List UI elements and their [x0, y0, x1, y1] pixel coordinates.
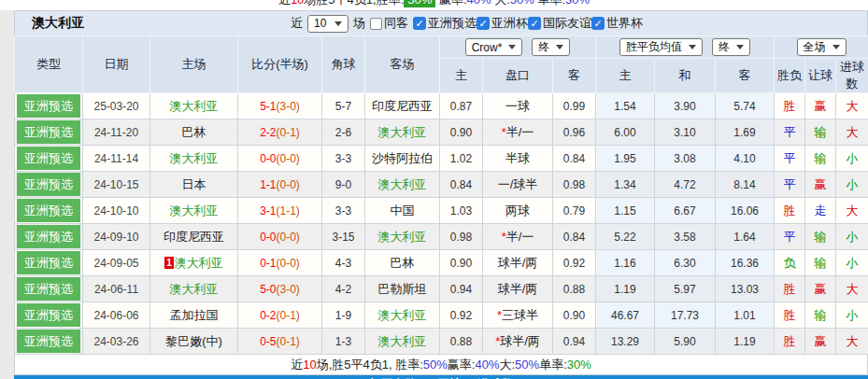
- home-odds-cell: 0.87: [440, 93, 483, 119]
- table-row: 亚洲预选24-09-10印度尼西亚0-0(0-0)3-15澳大利亚0.98*半/…: [15, 224, 868, 250]
- average-type-select[interactable]: 胜平负均值: [619, 38, 703, 56]
- half-time-score: (0-0): [277, 178, 300, 191]
- avg-home-odds-cell: 1.16: [596, 250, 655, 276]
- away-team-name: 中国: [391, 204, 415, 218]
- match-date: 24-10-10: [93, 204, 138, 218]
- result-cell: 平: [775, 119, 805, 146]
- recent-count-select[interactable]: 10: [307, 15, 349, 33]
- goals-cell: 小: [836, 172, 868, 198]
- summary-segment: 大:: [491, 0, 510, 7]
- avg-away-odds-cell: 1.19: [716, 329, 775, 355]
- odds-state-select[interactable]: 终: [532, 38, 570, 56]
- avg-draw-odds-cell: 3.08: [655, 146, 716, 172]
- summary-segment: 单率:: [534, 0, 565, 7]
- home-team-name: 澳大利亚: [170, 99, 219, 113]
- full-time-score: 0-1: [260, 257, 276, 270]
- avg-draw-odds-cell: 5.97: [655, 276, 716, 302]
- table-row: 亚洲预选24-11-20巴林2-2(0-1)2-6澳大利亚0.90*半/一0.9…: [15, 119, 868, 146]
- type-badge-cell: 亚洲预选: [15, 329, 83, 355]
- home-team-name: 黎巴嫩(中): [165, 334, 222, 348]
- handicap-result-cell: 输: [805, 146, 836, 172]
- score-cell: 0-5(0-1): [238, 329, 322, 355]
- table-row: 亚洲预选24-10-15日本1-1(0-0)9-0澳大利亚0.84一/球半0.9…: [15, 172, 868, 198]
- corner-cell: 2-6: [322, 119, 365, 146]
- away-team-name: 澳大利亚: [378, 177, 427, 191]
- goals-cell: 大: [836, 276, 868, 302]
- handicap-cell: *半/一: [483, 224, 553, 250]
- chevron-down-icon: [334, 21, 342, 26]
- away-team-cell: 印度尼西亚: [365, 93, 440, 119]
- home-team-cell: 巴林: [150, 119, 238, 146]
- competition-checkbox[interactable]: ✓亚洲杯: [477, 15, 528, 32]
- half-time-score: (0-1): [277, 309, 300, 322]
- result-cell: 胜: [775, 302, 805, 329]
- same-away-checkbox[interactable]: 同客: [370, 15, 408, 32]
- away-odds-cell: 0.94: [553, 329, 596, 355]
- avg-home-odds-cell: 1.54: [596, 93, 655, 119]
- handicap-name: 一/球半: [498, 177, 538, 191]
- date-cell: 24-10-15: [83, 172, 150, 198]
- half-time-score: (3-0): [277, 100, 300, 113]
- corner-count: 3-3: [335, 204, 351, 218]
- competition-checkbox[interactable]: ✓世界杯: [591, 15, 643, 32]
- full-time-score: 5-1: [260, 100, 276, 113]
- match-date: 24-10-15: [93, 178, 138, 191]
- odds-state-value: 终: [538, 39, 549, 55]
- away-team-cell: 澳大利亚: [365, 224, 440, 250]
- avg-away-odds-cell: 1.64: [716, 224, 775, 250]
- odds-source-select[interactable]: Crow*: [465, 38, 523, 56]
- scope-select[interactable]: 全场: [797, 38, 847, 56]
- handicap-result-cell: 走: [805, 198, 836, 224]
- away-team-cell: 沙特阿拉伯: [365, 146, 440, 172]
- competition-checkbox[interactable]: ✓亚洲预选: [413, 15, 477, 32]
- full-time-score: 5-0: [260, 283, 276, 296]
- odds-source-value: Crow*: [472, 41, 503, 54]
- date-cell: 24-11-14: [83, 146, 150, 172]
- match-date: 24-11-14: [94, 152, 138, 165]
- away-odds-cell: 0.88: [553, 276, 596, 302]
- checkbox-unchecked-icon: [370, 18, 382, 30]
- home-team-cell: 澳大利亚: [150, 146, 238, 172]
- handicap-name: 半/一: [506, 125, 534, 139]
- average-state-select[interactable]: 终: [712, 38, 750, 56]
- competition-checkbox[interactable]: ✓国际友谊: [528, 15, 591, 32]
- away-team-cell: 中国: [365, 198, 440, 224]
- score-cell: 5-0(3-0): [238, 276, 322, 302]
- home-team-cell: 日本: [150, 172, 238, 198]
- home-team-name: 澳大利亚: [175, 256, 223, 270]
- handicap-cell: 一/球半: [483, 172, 553, 198]
- away-odds-cell: 0.84: [553, 224, 596, 250]
- corner-cell: 4-2: [322, 276, 365, 302]
- clipped-summary-text: 近10场胜5平4负1,胜率:50% 赢率:40% 大:50% 单率:30%: [0, 0, 868, 10]
- avg-home-odds-cell: 1.19: [596, 276, 655, 302]
- handicap-group-header: Crow* 终: [440, 36, 596, 59]
- summary-segment: 10: [291, 0, 304, 7]
- half-time-score: (0-0): [277, 231, 300, 244]
- avg-draw-odds-cell: 3.10: [655, 119, 716, 146]
- avg-away-odds-cell: 8.14: [716, 172, 775, 198]
- handicap-cell: 球半/两: [483, 250, 553, 276]
- avg-away-odds-cell: 5.74: [716, 93, 775, 119]
- avg-draw-odds-cell: 17.73: [655, 302, 716, 329]
- away-team-name: 巴勒斯坦: [378, 282, 427, 296]
- corner-count: 9-0: [335, 178, 351, 191]
- away-team-cell: 澳大利亚: [365, 329, 440, 355]
- away-team-cell: 澳大利亚: [365, 119, 440, 146]
- average-group-header: 胜平负均值 终: [596, 36, 775, 59]
- average-state-value: 终: [719, 39, 730, 55]
- score-cell: 1-1(0-0): [238, 172, 322, 198]
- subheader-avg-home: 主: [596, 59, 655, 93]
- goals-cell: 小: [836, 146, 868, 172]
- home-team-cell: 孟加拉国: [150, 302, 238, 329]
- avg-draw-odds-cell: 6.67: [655, 198, 716, 224]
- corner-cell: 1-9: [322, 302, 365, 329]
- competition-type-badge: 亚洲预选: [17, 303, 80, 327]
- result-cell: 胜: [775, 329, 805, 355]
- summary-segment: 场胜5平4负1,胜率:: [304, 0, 404, 7]
- scope-value: 全场: [804, 39, 826, 55]
- summary-segment: 50%: [423, 358, 448, 372]
- half-time-score: (0-0): [277, 152, 300, 165]
- chevron-down-icon: [556, 45, 563, 49]
- goals-cell: 小: [836, 250, 868, 276]
- competition-filters: ✓亚洲预选✓亚洲杯✓国际友谊✓世界杯: [413, 15, 643, 32]
